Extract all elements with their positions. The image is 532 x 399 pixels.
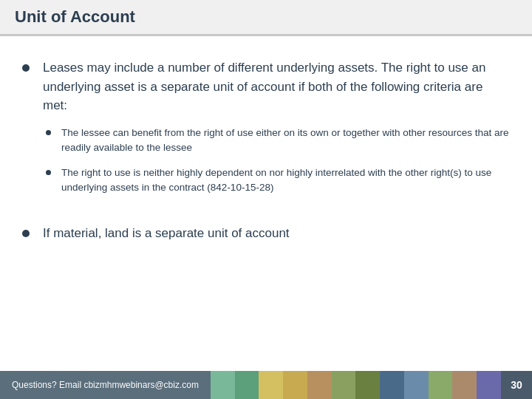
footer-contact-text: Questions? Email cbizmhmwebinars@cbiz.co… bbox=[12, 380, 199, 390]
footer: Questions? Email cbizmhmwebinars@cbiz.co… bbox=[0, 371, 532, 399]
sub-bullet-dot-2 bbox=[46, 170, 51, 175]
color-block-7 bbox=[355, 371, 380, 399]
color-block-6 bbox=[332, 371, 356, 399]
color-block-5 bbox=[307, 371, 332, 399]
bullet-item-1: Leases may include a number of different… bbox=[22, 58, 510, 206]
bullet-dot-2 bbox=[22, 230, 30, 237]
color-block-2 bbox=[235, 371, 259, 399]
sub-bullet-2: The right to use is neither highly depen… bbox=[46, 166, 510, 196]
header: Unit of Account bbox=[0, 0, 532, 36]
bullet-text-1: Leases may include a number of different… bbox=[43, 61, 485, 112]
footer-color-blocks bbox=[211, 371, 501, 399]
color-block-10 bbox=[429, 371, 453, 399]
color-block-8 bbox=[380, 371, 404, 399]
sub-bullets: The lessee can benefit from the right of… bbox=[46, 126, 510, 196]
page-number: 30 bbox=[501, 371, 532, 399]
sub-bullet-1: The lessee can benefit from the right of… bbox=[46, 126, 510, 156]
sub-bullet-dot-1 bbox=[46, 130, 51, 135]
color-block-1 bbox=[211, 371, 235, 399]
color-block-4 bbox=[283, 371, 307, 399]
color-block-3 bbox=[259, 371, 283, 399]
sub-bullet-text-2: The right to use is neither highly depen… bbox=[61, 166, 510, 196]
footer-contact: Questions? Email cbizmhmwebinars@cbiz.co… bbox=[0, 371, 211, 399]
bullet-dot-1 bbox=[22, 64, 30, 72]
sub-bullet-text-1: The lessee can benefit from the right of… bbox=[61, 126, 510, 156]
color-block-11 bbox=[452, 371, 477, 399]
color-block-9 bbox=[404, 371, 429, 399]
bullet-text-2: If material, land is a separate unit of … bbox=[43, 224, 510, 243]
page-title: Unit of Account bbox=[15, 7, 135, 27]
color-block-12 bbox=[477, 371, 501, 399]
bullet-item-2: If material, land is a separate unit of … bbox=[22, 224, 510, 243]
main-content: Leases may include a number of different… bbox=[0, 36, 532, 275]
